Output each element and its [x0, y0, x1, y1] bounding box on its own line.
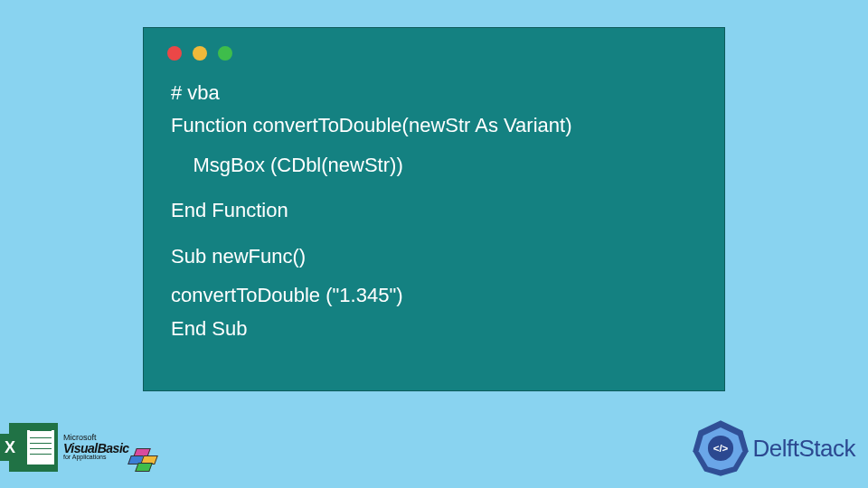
delftstack-logo-icon: </> — [692, 419, 750, 477]
minimize-icon — [193, 46, 207, 61]
for-applications-label: for Applications — [63, 454, 129, 460]
code-line: Function convertToDouble(newStr As Varia… — [171, 114, 571, 136]
code-window: # vba Function convertToDouble(newStr As… — [143, 27, 725, 391]
delftstack-branding: </> DelftStack — [692, 419, 856, 477]
excel-icon: X — [9, 423, 58, 472]
delftstack-text: DelftStack — [753, 435, 856, 463]
close-icon — [167, 46, 182, 61]
excel-vba-branding: X Microsoft VisualBasic for Applications — [9, 423, 169, 472]
window-controls — [144, 28, 724, 61]
code-line: # vba — [171, 81, 220, 104]
excel-x-label: X — [0, 434, 24, 461]
code-block: # vba Function convertToDouble(newStr As… — [144, 61, 724, 345]
maximize-icon — [218, 46, 232, 61]
code-line: End Sub — [171, 317, 247, 340]
visual-basic-label: Microsoft VisualBasic for Applications — [63, 434, 129, 461]
code-line: Sub newFunc() — [171, 245, 306, 267]
code-line: MsgBox (CDbl(newStr)) — [171, 154, 403, 176]
svg-text:</>: </> — [712, 443, 728, 454]
code-line: convertToDouble ("1.345") — [171, 284, 403, 306]
visualbasic-label: VisualBasic — [63, 442, 129, 455]
code-line: End Function — [171, 199, 288, 221]
vb-cubes-icon — [129, 446, 169, 472]
